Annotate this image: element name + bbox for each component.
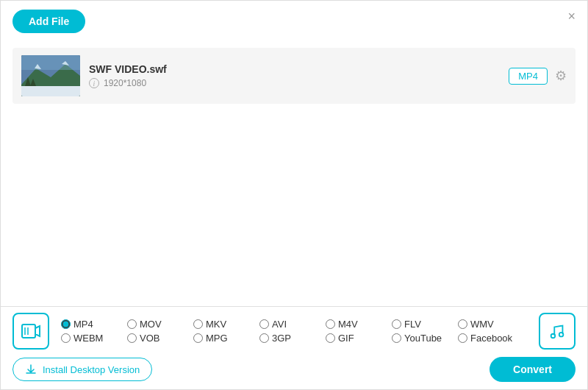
format-option-avi[interactable]: AVI bbox=[259, 319, 326, 330]
format-option-wmv[interactable]: WMV bbox=[458, 319, 524, 330]
format-option-3gp[interactable]: 3GP bbox=[259, 333, 326, 344]
format-option-vob[interactable]: VOB bbox=[127, 333, 193, 344]
svg-marker-9 bbox=[35, 326, 40, 336]
file-name: SWF VIDEO.swf bbox=[89, 63, 500, 75]
svg-rect-8 bbox=[22, 325, 35, 338]
video-icon bbox=[21, 321, 41, 341]
format-option-mp4[interactable]: MP4 bbox=[61, 319, 127, 330]
svg-point-13 bbox=[559, 333, 564, 337]
format-row-1: MP4 MOV MKV AVI M4V FLV WM bbox=[61, 319, 533, 330]
header: Add File × bbox=[1, 1, 587, 42]
format-option-mov[interactable]: MOV bbox=[127, 319, 193, 330]
add-file-button[interactable]: Add File bbox=[12, 10, 85, 33]
format-option-mkv[interactable]: MKV bbox=[193, 319, 259, 330]
svg-point-12 bbox=[551, 334, 556, 338]
format-option-gif[interactable]: GIF bbox=[326, 333, 392, 344]
audio-format-icon-box[interactable] bbox=[539, 313, 576, 350]
video-format-icon-box[interactable] bbox=[12, 313, 49, 350]
info-icon[interactable]: i bbox=[89, 78, 99, 88]
format-options: MP4 MOV MKV AVI M4V FLV WM bbox=[61, 319, 533, 344]
music-icon bbox=[548, 322, 567, 341]
format-option-webm[interactable]: WEBM bbox=[61, 333, 127, 344]
format-selector: MP4 MOV MKV AVI M4V FLV WM bbox=[1, 307, 587, 350]
format-option-youtube[interactable]: YouTube bbox=[392, 333, 458, 344]
format-badge-button[interactable]: MP4 bbox=[509, 68, 548, 85]
main-content bbox=[1, 110, 587, 330]
file-resolution: 1920*1080 bbox=[104, 78, 146, 88]
convert-button[interactable]: Convert bbox=[490, 357, 576, 382]
svg-rect-7 bbox=[21, 55, 80, 70]
format-option-m4v[interactable]: M4V bbox=[326, 319, 392, 330]
file-info: SWF VIDEO.swf i 1920*1080 bbox=[89, 63, 500, 88]
svg-rect-4 bbox=[21, 86, 80, 96]
bottom-bar: MP4 MOV MKV AVI M4V FLV WM bbox=[1, 306, 587, 389]
install-label: Install Desktop Version bbox=[43, 364, 140, 375]
close-button[interactable]: × bbox=[567, 10, 576, 23]
file-actions: MP4 ⚙ bbox=[509, 68, 567, 85]
format-option-mpg[interactable]: MPG bbox=[193, 333, 259, 344]
format-option-flv[interactable]: FLV bbox=[392, 319, 458, 330]
file-item: SWF VIDEO.swf i 1920*1080 MP4 ⚙ bbox=[12, 48, 576, 104]
download-icon bbox=[25, 364, 37, 375]
settings-icon[interactable]: ⚙ bbox=[555, 68, 567, 84]
format-row-2: WEBM VOB MPG 3GP GIF YouTube bbox=[61, 333, 533, 344]
file-meta: i 1920*1080 bbox=[89, 78, 500, 88]
file-list: SWF VIDEO.swf i 1920*1080 MP4 ⚙ bbox=[1, 42, 587, 110]
format-option-facebook[interactable]: Facebook bbox=[458, 333, 524, 344]
install-desktop-button[interactable]: Install Desktop Version bbox=[12, 358, 152, 381]
file-thumbnail bbox=[21, 55, 80, 96]
bottom-actions: Install Desktop Version Convert bbox=[1, 350, 587, 389]
